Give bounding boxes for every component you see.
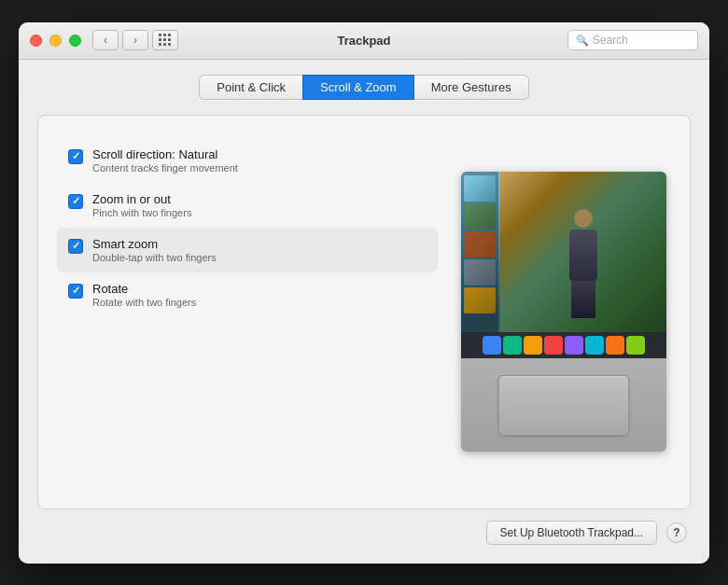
checkmark-icon: ✓ xyxy=(72,286,80,296)
dock-bar xyxy=(461,332,666,358)
help-button[interactable]: ? xyxy=(666,522,687,543)
dock-icon-5 xyxy=(565,336,583,355)
option-zoom-in-out[interactable]: ✓ Zoom in or out Pinch with two fingers xyxy=(57,183,438,228)
thumb-1 xyxy=(464,175,496,202)
option-subtitle-zoom-in-out: Pinch with two fingers xyxy=(92,207,191,218)
close-button[interactable] xyxy=(30,35,42,47)
macbook-screen xyxy=(461,172,666,358)
maximize-button[interactable] xyxy=(69,35,81,47)
window: ‹ › Trackpad 🔍 Search Point & Click Scro… xyxy=(19,22,709,564)
option-rotate[interactable]: ✓ Rotate Rotate with two fingers xyxy=(57,272,438,317)
main-panel: ✓ Scroll direction: Natural Content trac… xyxy=(37,115,691,509)
option-title-scroll-direction: Scroll direction: Natural xyxy=(92,147,238,161)
option-scroll-direction[interactable]: ✓ Scroll direction: Natural Content trac… xyxy=(57,138,438,183)
titlebar: ‹ › Trackpad 🔍 Search xyxy=(19,22,709,60)
checkmark-icon: ✓ xyxy=(72,151,80,161)
checkbox-rotate[interactable]: ✓ xyxy=(68,284,83,299)
person-body xyxy=(569,230,597,281)
option-text-zoom-in-out: Zoom in or out Pinch with two fingers xyxy=(92,192,191,218)
back-button[interactable]: ‹ xyxy=(92,30,119,50)
options-list: ✓ Scroll direction: Natural Content trac… xyxy=(57,138,438,486)
tab-point-click[interactable]: Point & Click xyxy=(199,75,302,100)
preview-area xyxy=(456,138,671,486)
dock-icon-4 xyxy=(544,336,563,355)
thumb-5 xyxy=(464,287,496,313)
grid-view-button[interactable] xyxy=(152,30,178,50)
search-placeholder: Search xyxy=(593,34,628,47)
setup-bluetooth-button[interactable]: Set Up Bluetooth Trackpad... xyxy=(486,521,657,545)
nav-buttons: ‹ › xyxy=(92,30,148,50)
dock-icon-3 xyxy=(524,336,542,355)
back-icon: ‹ xyxy=(104,34,107,47)
forward-icon: › xyxy=(133,34,137,47)
thumbnail-strip xyxy=(461,172,498,358)
window-title: Trackpad xyxy=(337,34,390,48)
option-text-scroll-direction: Scroll direction: Natural Content tracks… xyxy=(92,147,238,174)
option-subtitle-smart-zoom: Double-tap with two fingers xyxy=(92,252,217,263)
checkmark-icon: ✓ xyxy=(72,196,80,206)
search-box[interactable]: 🔍 Search xyxy=(567,30,698,50)
trackpad-pad xyxy=(498,375,629,436)
bottom-bar: Set Up Bluetooth Trackpad... ? xyxy=(37,509,691,549)
dock-icon-1 xyxy=(483,336,501,355)
screen-content xyxy=(461,172,666,358)
dock-icon-8 xyxy=(626,336,645,355)
option-title-smart-zoom: Smart zoom xyxy=(92,237,217,251)
person-head xyxy=(574,209,593,228)
person-legs xyxy=(571,281,595,318)
search-icon: 🔍 xyxy=(576,35,589,47)
option-title-zoom-in-out: Zoom in or out xyxy=(92,192,191,206)
option-subtitle-rotate: Rotate with two fingers xyxy=(92,297,196,308)
forward-button[interactable]: › xyxy=(122,30,148,50)
trackpad-base xyxy=(461,358,666,452)
checkbox-scroll-direction[interactable]: ✓ xyxy=(68,149,83,164)
traffic-lights xyxy=(30,35,81,47)
dock-icon-2 xyxy=(503,336,522,355)
thumb-4 xyxy=(464,259,496,286)
tab-scroll-zoom[interactable]: Scroll & Zoom xyxy=(302,75,414,100)
dock-icon-6 xyxy=(585,336,604,355)
dock-icon-7 xyxy=(606,336,624,355)
thumb-3 xyxy=(464,231,496,258)
checkmark-icon: ✓ xyxy=(72,241,80,251)
checkbox-zoom-in-out[interactable]: ✓ xyxy=(68,194,83,209)
option-title-rotate: Rotate xyxy=(92,282,196,296)
tab-bar: Point & Click Scroll & Zoom More Gesture… xyxy=(37,75,691,100)
preview-container xyxy=(461,172,666,452)
grid-dots-icon xyxy=(159,34,172,47)
option-subtitle-scroll-direction: Content tracks finger movement xyxy=(92,162,238,174)
content-area: Point & Click Scroll & Zoom More Gesture… xyxy=(19,60,709,564)
thumb-2 xyxy=(464,203,496,230)
minimize-button[interactable] xyxy=(49,35,62,47)
option-text-smart-zoom: Smart zoom Double-tap with two fingers xyxy=(92,237,217,263)
person-silhouette xyxy=(560,209,607,321)
main-image xyxy=(500,172,666,358)
tab-more-gestures[interactable]: More Gestures xyxy=(414,75,529,100)
checkbox-smart-zoom[interactable]: ✓ xyxy=(68,239,83,254)
option-smart-zoom[interactable]: ✓ Smart zoom Double-tap with two fingers xyxy=(57,228,438,272)
option-text-rotate: Rotate Rotate with two fingers xyxy=(92,282,196,308)
